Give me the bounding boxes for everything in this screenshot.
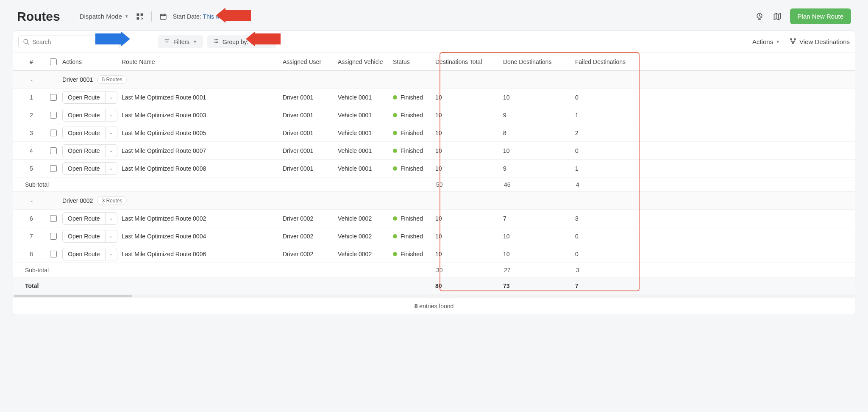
scroll-thumb[interactable] [14, 295, 132, 297]
chevron-down-icon[interactable]: ⌄ [105, 248, 117, 260]
calendar-icon[interactable] [158, 11, 168, 22]
status-badge: Finished [393, 233, 435, 240]
table-row: 5 Open Route ⌄ Last Mile Optimized Route… [13, 160, 855, 177]
total-label: Total [24, 282, 122, 289]
status-dot-icon [393, 95, 397, 100]
row-checkbox[interactable] [50, 147, 57, 154]
cell-done: 7 [503, 215, 575, 222]
chevron-down-icon: ▼ [193, 39, 197, 44]
status-dot-icon [393, 166, 397, 171]
row-checkbox[interactable] [50, 215, 57, 222]
search-input-wrapper[interactable] [18, 36, 120, 48]
col-dest-total: Destinations Total [435, 58, 503, 65]
route-name: Last Mile Optimized Route 0005 [122, 130, 283, 136]
open-route-button[interactable]: Open Route ⌄ [62, 230, 117, 243]
row-number: 7 [18, 233, 45, 240]
svg-point-4 [794, 39, 796, 40]
filter-icon [164, 38, 170, 45]
dispatch-mode-dropdown[interactable]: Dispatch Mode ▼ [80, 13, 129, 20]
horizontal-scrollbar[interactable] [13, 294, 855, 298]
start-date-dropdown[interactable]: Start Date: This week ▼ [173, 13, 236, 20]
separator [151, 11, 152, 22]
open-route-label: Open Route [63, 215, 105, 222]
chevron-down-icon[interactable]: ⌄ [105, 230, 117, 242]
group-by-button[interactable]: Group by: User ▼ [207, 35, 276, 48]
row-checkbox[interactable] [50, 233, 57, 240]
chevron-down-icon: ▼ [266, 39, 270, 44]
row-number: 6 [18, 215, 45, 222]
actions-dropdown[interactable]: Actions ▼ [752, 38, 780, 45]
col-route-name: Route Name [122, 58, 283, 65]
actions-label: Actions [752, 38, 773, 45]
status-badge: Finished [393, 165, 435, 172]
row-checkbox[interactable] [50, 130, 57, 136]
cell-failed: 0 [575, 94, 643, 101]
cell-failed: 0 [575, 251, 643, 257]
cell-done: 8 [503, 130, 575, 136]
cell-dest-total: 10 [435, 112, 503, 119]
open-route-button[interactable]: Open Route ⌄ [62, 91, 117, 104]
table-row: 1 Open Route ⌄ Last Mile Optimized Route… [13, 88, 855, 106]
open-route-label: Open Route [63, 251, 105, 257]
view-destinations-link[interactable]: View Destinations [789, 37, 850, 46]
view-destinations-label: View Destinations [799, 38, 850, 45]
row-number: 1 [18, 94, 45, 101]
routes-count-badge: 5 Routes [97, 75, 127, 84]
cell-done: 10 [503, 147, 575, 154]
chevron-down-icon[interactable]: ⌄ [30, 198, 33, 203]
plan-new-route-button[interactable]: Plan New Route [790, 8, 851, 24]
filters-button[interactable]: Filters ▼ [158, 35, 203, 48]
cell-done: 10 [503, 94, 575, 101]
subtotal-done: 27 [504, 267, 576, 274]
map-edit-icon[interactable] [135, 11, 145, 22]
recent-icon[interactable] [754, 11, 765, 22]
col-actions: Actions [62, 58, 122, 65]
group-by-label: Group by: [223, 39, 248, 45]
status-badge: Finished [393, 215, 435, 222]
row-checkbox[interactable] [50, 94, 57, 101]
status-dot-icon [393, 216, 397, 221]
assigned-vehicle: Vehicle 0002 [338, 233, 393, 240]
chevron-down-icon[interactable]: ⌄ [105, 91, 117, 103]
status-dot-icon [393, 131, 397, 135]
select-all-checkbox[interactable] [50, 58, 57, 65]
assigned-user: Driver 0002 [283, 215, 338, 222]
open-route-label: Open Route [63, 112, 105, 119]
col-assigned-vehicle: Assigned Vehicle [338, 58, 393, 65]
row-checkbox[interactable] [50, 251, 57, 257]
cell-failed: 0 [575, 147, 643, 154]
start-date-label: Start Date: [173, 13, 201, 20]
chevron-down-icon[interactable]: ⌄ [105, 109, 117, 121]
cell-dest-total: 10 [435, 165, 503, 172]
open-route-button[interactable]: Open Route ⌄ [62, 109, 117, 122]
chevron-down-icon[interactable]: ⌄ [105, 163, 117, 174]
row-checkbox[interactable] [50, 165, 57, 172]
assigned-user: Driver 0002 [283, 251, 338, 257]
assigned-vehicle: Vehicle 0001 [338, 165, 393, 172]
cell-failed: 3 [575, 215, 643, 222]
open-route-button[interactable]: Open Route ⌄ [62, 162, 117, 175]
svg-point-2 [24, 39, 28, 43]
svg-rect-0 [160, 14, 166, 19]
table-row: 2 Open Route ⌄ Last Mile Optimized Route… [13, 106, 855, 124]
search-input[interactable] [32, 39, 115, 45]
status-badge: Finished [393, 130, 435, 136]
cell-done: 10 [503, 251, 575, 257]
cell-dest-total: 10 [435, 215, 503, 222]
subtotal-row: Sub-total 50 46 4 [13, 177, 855, 192]
cell-done: 9 [503, 165, 575, 172]
table-header: # Actions Route Name Assigned User Assig… [13, 53, 855, 71]
chevron-down-icon[interactable]: ⌄ [105, 145, 117, 157]
open-route-button[interactable]: Open Route ⌄ [62, 212, 117, 225]
chevron-down-icon[interactable]: ⌄ [105, 127, 117, 139]
row-checkbox[interactable] [50, 112, 57, 119]
chevron-down-icon[interactable]: ⌄ [30, 77, 33, 82]
map-icon[interactable] [772, 11, 782, 22]
chevron-down-icon[interactable]: ⌄ [105, 213, 117, 224]
group-by-value: User [250, 39, 263, 45]
table-row: 6 Open Route ⌄ Last Mile Optimized Route… [13, 210, 855, 227]
open-route-button[interactable]: Open Route ⌄ [62, 127, 117, 139]
assigned-vehicle: Vehicle 0001 [338, 112, 393, 119]
open-route-button[interactable]: Open Route ⌄ [62, 248, 117, 260]
open-route-button[interactable]: Open Route ⌄ [62, 144, 117, 157]
